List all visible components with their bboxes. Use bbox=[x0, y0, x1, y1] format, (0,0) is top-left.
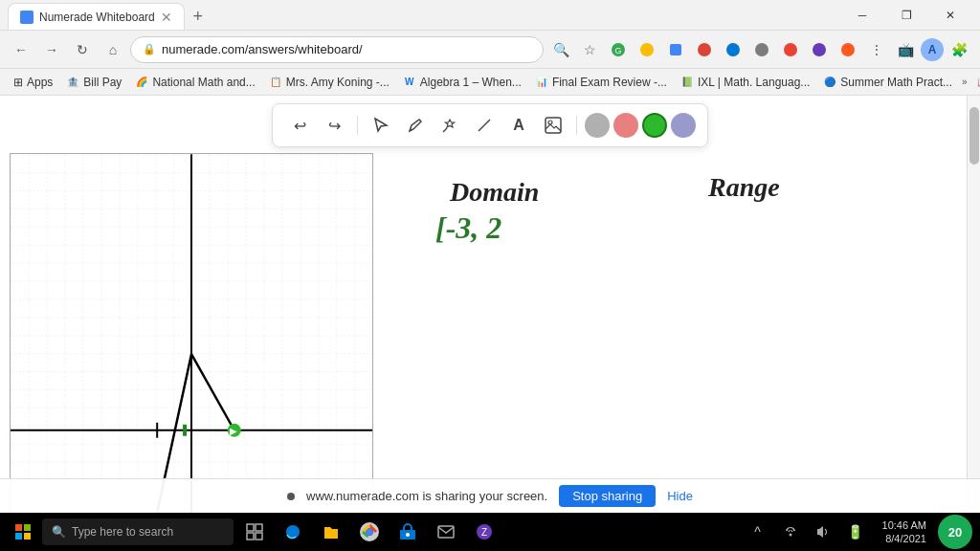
apps-label: Apps bbox=[27, 76, 53, 89]
forward-button[interactable]: → bbox=[38, 36, 65, 63]
undo-button[interactable]: ↩ bbox=[284, 110, 315, 141]
algebra-icon: W bbox=[403, 76, 416, 89]
redo-button[interactable]: ↪ bbox=[319, 110, 349, 141]
reading-list-button[interactable]: 📖 Reading list bbox=[971, 69, 980, 96]
settings-icon-btn[interactable]: ⋮ bbox=[863, 36, 890, 63]
apps-bookmark[interactable]: ⊞ Apps bbox=[8, 74, 58, 91]
domain-value: [-3, 2 bbox=[435, 210, 501, 246]
url-text: numerade.com/answers/whiteboard/ bbox=[162, 42, 531, 56]
svg-text:▶: ▶ bbox=[230, 426, 237, 436]
stop-sharing-button[interactable]: Stop sharing bbox=[559, 485, 656, 507]
svg-point-6 bbox=[755, 43, 768, 56]
color-pink[interactable] bbox=[613, 113, 638, 138]
bookmark-final-exam[interactable]: 📊 Final Exam Review -... bbox=[529, 74, 673, 91]
bookmark-label: National Math and... bbox=[152, 76, 255, 89]
profile-avatar[interactable]: A bbox=[921, 38, 944, 61]
cast-icon-btn[interactable]: 📺 bbox=[892, 36, 919, 63]
extensions-icon[interactable]: 🧩 bbox=[946, 36, 972, 63]
battery-icon[interactable]: 🔋 bbox=[840, 517, 871, 547]
scrollbar[interactable] bbox=[967, 96, 980, 513]
svg-text:Z: Z bbox=[481, 527, 487, 538]
tab-close-button[interactable]: ✕ bbox=[161, 11, 172, 24]
system-tray-clock[interactable]: 10:46 AM 8/4/2021 bbox=[875, 518, 934, 546]
bookmark-algebra[interactable]: W Algebra 1 – When... bbox=[397, 74, 527, 91]
taskbar-file-explorer[interactable] bbox=[314, 515, 348, 549]
line-tool-button[interactable] bbox=[469, 110, 500, 141]
system-tray-up-icon[interactable]: ^ bbox=[743, 517, 773, 547]
circle8-btn[interactable] bbox=[806, 36, 833, 63]
network-icon[interactable] bbox=[775, 517, 806, 547]
more-bookmarks-icon[interactable]: » bbox=[962, 77, 968, 87]
tab-area: Numerade Whiteboard ✕ + bbox=[8, 0, 840, 30]
scrollbar-thumb[interactable] bbox=[969, 107, 979, 165]
svg-point-2 bbox=[640, 43, 654, 56]
screen-share-bar: www.numerade.com is sharing your screen.… bbox=[0, 478, 980, 513]
circle6-btn[interactable] bbox=[748, 36, 775, 63]
bookmark-ixl[interactable]: 📗 IXL | Math. Languag... bbox=[675, 74, 815, 91]
taskbar-search[interactable]: 🔍 Type here to search bbox=[42, 518, 234, 545]
svg-rect-34 bbox=[438, 526, 454, 538]
bookmark-bill-pay[interactable]: 🏦 Bill Pay bbox=[60, 74, 127, 91]
svg-point-37 bbox=[789, 534, 791, 537]
tools-button[interactable] bbox=[434, 110, 465, 141]
circle1-btn[interactable]: G bbox=[605, 36, 632, 63]
bookmark-icon-btn[interactable]: ☆ bbox=[576, 36, 603, 63]
volume-icon[interactable] bbox=[808, 517, 838, 547]
reload-button[interactable]: ↻ bbox=[69, 36, 96, 63]
home-button[interactable]: ⌂ bbox=[100, 36, 126, 63]
image-tool-button[interactable] bbox=[538, 110, 568, 141]
tab-favicon bbox=[20, 11, 33, 24]
toolbar-divider bbox=[357, 116, 358, 135]
search-icon: 🔍 bbox=[52, 525, 66, 539]
taskbar-task-view[interactable] bbox=[237, 515, 272, 549]
close-button[interactable]: ✕ bbox=[928, 0, 972, 31]
color-gray[interactable] bbox=[585, 113, 610, 138]
taskbar-unknown[interactable]: Z bbox=[467, 515, 501, 549]
start-button[interactable] bbox=[8, 517, 38, 547]
taskbar-chrome[interactable] bbox=[352, 515, 387, 549]
browser-frame: Numerade Whiteboard ✕ + ─ ❐ ✕ ← → ↻ ⌂ 🔒 … bbox=[0, 0, 980, 551]
color-divider bbox=[576, 116, 577, 135]
reading-list-icon: 📖 bbox=[977, 76, 980, 89]
color-green[interactable] bbox=[642, 113, 667, 138]
select-tool-button[interactable] bbox=[366, 110, 396, 141]
summer-math-icon: 🔵 bbox=[823, 76, 836, 89]
taskbar-mail[interactable] bbox=[429, 515, 463, 549]
maximize-button[interactable]: ❐ bbox=[884, 0, 928, 31]
calendar-badge[interactable]: 20 bbox=[938, 515, 972, 549]
circle5-btn[interactable] bbox=[720, 36, 746, 63]
bookmark-amy-koning[interactable]: 📋 Mrs. Amy Koning -... bbox=[263, 74, 395, 91]
amy-koning-icon: 📋 bbox=[269, 76, 282, 89]
svg-point-5 bbox=[726, 43, 740, 56]
search-icon-btn[interactable]: 🔍 bbox=[547, 36, 574, 63]
color-lavender[interactable] bbox=[671, 113, 696, 138]
final-exam-icon: 📊 bbox=[535, 76, 548, 89]
circle4-btn[interactable] bbox=[691, 36, 718, 63]
svg-point-4 bbox=[698, 43, 711, 56]
bookmark-summer-math[interactable]: 🔵 Summer Math Pract... bbox=[817, 74, 958, 91]
minimize-button[interactable]: ─ bbox=[840, 0, 884, 31]
circle7-btn[interactable] bbox=[777, 36, 804, 63]
circle9-btn[interactable] bbox=[835, 36, 861, 63]
address-bar[interactable]: 🔒 numerade.com/answers/whiteboard/ bbox=[130, 36, 544, 63]
text-tool-button[interactable]: A bbox=[503, 110, 534, 141]
bookmark-label: Algebra 1 – When... bbox=[420, 76, 522, 89]
active-tab[interactable]: Numerade Whiteboard ✕ bbox=[8, 3, 185, 30]
taskbar-edge[interactable] bbox=[276, 515, 310, 549]
svg-rect-27 bbox=[256, 524, 262, 531]
hide-button[interactable]: Hide bbox=[667, 489, 693, 503]
search-placeholder: Type here to search bbox=[72, 525, 173, 539]
bookmark-national-math[interactable]: 🌈 National Math and... bbox=[129, 74, 260, 91]
circle3-btn[interactable] bbox=[662, 36, 689, 63]
pen-tool-button[interactable] bbox=[400, 110, 431, 141]
taskbar-store[interactable] bbox=[390, 515, 425, 549]
circle2-btn[interactable] bbox=[634, 36, 660, 63]
new-tab-button[interactable]: + bbox=[185, 3, 212, 30]
bookmark-label: Bill Pay bbox=[83, 76, 122, 89]
svg-point-33 bbox=[406, 533, 410, 537]
back-button[interactable]: ← bbox=[8, 36, 34, 63]
bookmark-label: Summer Math Pract... bbox=[840, 76, 952, 89]
nav-bar: ← → ↻ ⌂ 🔒 numerade.com/answers/whiteboar… bbox=[0, 31, 980, 69]
svg-rect-3 bbox=[670, 44, 681, 55]
graph-svg: ▶ bbox=[11, 154, 372, 513]
